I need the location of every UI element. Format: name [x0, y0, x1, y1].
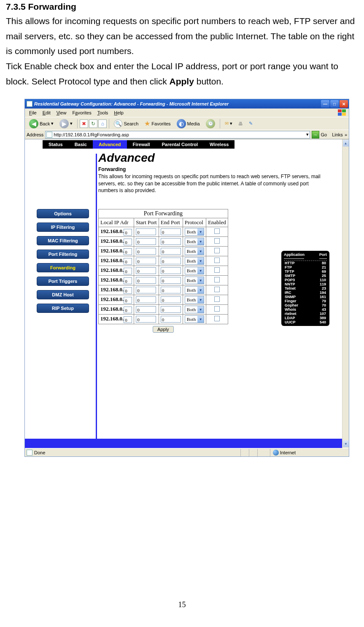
start-port-input[interactable]: 0	[136, 316, 156, 323]
enabled-checkbox[interactable]	[214, 267, 220, 273]
sidebar-item-ip-filtering[interactable]: IP Filtering	[37, 223, 89, 232]
enabled-checkbox[interactable]	[214, 296, 220, 302]
sidebar-item-forwarding[interactable]: Forwarding	[37, 263, 89, 272]
tab-basic[interactable]: Basic	[69, 140, 93, 149]
menu-help[interactable]: Help	[111, 109, 126, 116]
menu-tools[interactable]: Tools	[95, 109, 111, 116]
start-port-input[interactable]: 0	[136, 267, 156, 274]
enabled-checkbox[interactable]	[214, 248, 220, 253]
sidebar-item-rip-setup[interactable]: RIP Setup	[37, 304, 89, 313]
ip-last-octet-input[interactable]: 0	[124, 297, 132, 304]
mail-button[interactable]: ✉ ▾	[222, 120, 235, 127]
media-button[interactable]: ◐Media	[174, 118, 202, 129]
menu-file[interactable]: File	[27, 109, 39, 116]
favorites-button[interactable]: ★Favorites	[142, 119, 173, 128]
start-port-input[interactable]: 0	[136, 258, 156, 264]
end-port-input[interactable]: 0	[161, 228, 181, 235]
enabled-checkbox[interactable]	[214, 238, 220, 244]
minimize-button[interactable]: —	[321, 100, 329, 108]
table-row: 192.168.0.000Both▼	[99, 295, 228, 305]
stop-button[interactable]: ✖	[80, 119, 88, 128]
vertical-divider	[96, 154, 97, 440]
menu-view[interactable]: View	[54, 109, 69, 116]
ip-last-octet-input[interactable]: 0	[124, 287, 132, 294]
history-button[interactable]: 🕑	[203, 118, 218, 129]
tab-firewall[interactable]: Firewall	[127, 140, 156, 149]
sidebar-item-port-triggers[interactable]: Port Triggers	[37, 277, 89, 286]
end-port-input[interactable]: 0	[161, 277, 181, 284]
vertical-scrollbar[interactable]: ▲ ▼	[342, 139, 349, 448]
home-button[interactable]: ⌂	[98, 119, 107, 128]
protocol-select[interactable]: Both▼	[185, 286, 204, 294]
end-port-input[interactable]: 0	[161, 238, 181, 245]
print-button[interactable]: 🖶	[236, 120, 245, 127]
protocol-select[interactable]: Both▼	[185, 296, 204, 304]
scroll-up-icon[interactable]: ▲	[343, 140, 349, 147]
menu-favorites[interactable]: Favorites	[70, 109, 94, 116]
scroll-down-icon[interactable]: ▼	[343, 440, 349, 447]
apply-button[interactable]: Apply	[153, 326, 174, 333]
start-port-input[interactable]: 0	[136, 287, 156, 293]
start-port-input[interactable]: 0	[136, 296, 156, 303]
protocol-select[interactable]: Both▼	[185, 277, 204, 284]
menu-edit[interactable]: Edit	[40, 109, 53, 116]
protocol-select[interactable]: Both▼	[185, 257, 204, 265]
ip-last-octet-input[interactable]: 0	[124, 229, 132, 236]
ip-last-octet-input[interactable]: 0	[124, 277, 132, 284]
end-port-input[interactable]: 0	[161, 296, 181, 303]
ip-last-octet-input[interactable]: 0	[124, 316, 132, 323]
close-button[interactable]: ✕	[340, 100, 348, 108]
ip-last-octet-input[interactable]: 0	[124, 248, 132, 255]
sidebar-item-port-filtering[interactable]: Port Filtering	[37, 250, 89, 259]
edit-button[interactable]: ✎	[246, 120, 255, 127]
start-port-input[interactable]: 0	[136, 306, 156, 313]
svg-rect-3	[342, 113, 346, 116]
forward-button[interactable]: ▶ ▾	[57, 118, 75, 129]
tab-wireless[interactable]: Wireless	[204, 140, 235, 149]
end-port-input[interactable]: 0	[161, 287, 181, 293]
protocol-select[interactable]: Both▼	[185, 315, 204, 323]
protocol-select[interactable]: Both▼	[185, 267, 204, 274]
links-label[interactable]: Links	[332, 132, 343, 137]
end-port-input[interactable]: 0	[161, 267, 181, 274]
links-expand-icon[interactable]: »	[345, 132, 347, 137]
ip-last-octet-input[interactable]: 0	[124, 239, 132, 245]
tab-parental-control[interactable]: Parental Control	[156, 140, 204, 149]
protocol-select[interactable]: Both▼	[185, 238, 204, 245]
end-port-input[interactable]: 0	[161, 306, 181, 313]
back-button[interactable]: ◀Back ▾	[27, 118, 56, 129]
tab-advanced[interactable]: Advanced	[93, 140, 127, 149]
go-button[interactable]: →	[312, 131, 319, 138]
start-port-input[interactable]: 0	[136, 248, 156, 255]
address-dropdown-icon[interactable]: ▾	[306, 132, 309, 137]
enabled-checkbox[interactable]	[214, 277, 220, 282]
enabled-checkbox[interactable]	[214, 258, 220, 263]
sidebar-item-options[interactable]: Options	[37, 209, 89, 218]
enabled-checkbox[interactable]	[214, 287, 220, 292]
protocol-select[interactable]: Both▼	[185, 306, 204, 313]
refresh-button[interactable]: ↻	[89, 119, 97, 128]
ip-last-octet-input[interactable]: 0	[124, 307, 132, 313]
end-port-input[interactable]: 0	[161, 258, 181, 264]
tab-status[interactable]: Status	[43, 140, 69, 149]
enabled-checkbox[interactable]	[214, 228, 220, 234]
enabled-checkbox[interactable]	[214, 316, 220, 321]
start-port-input[interactable]: 0	[136, 238, 156, 245]
chevron-down-icon: ▼	[197, 228, 204, 235]
protocol-select[interactable]: Both▼	[185, 247, 204, 255]
ip-last-octet-input[interactable]: 0	[124, 268, 132, 274]
start-port-input[interactable]: 0	[136, 228, 156, 235]
end-port-input[interactable]: 0	[161, 248, 181, 255]
search-button[interactable]: 🔍Search	[111, 119, 141, 129]
enabled-checkbox[interactable]	[214, 306, 220, 312]
start-port-input[interactable]: 0	[136, 277, 156, 284]
address-input[interactable]: http://192.168.0.1/RgForwarding.asp ▾	[45, 131, 310, 138]
ip-last-octet-input[interactable]: 0	[124, 258, 132, 265]
page-description: This allows for incoming requests on spe…	[98, 173, 326, 194]
end-port-input[interactable]: 0	[161, 316, 181, 323]
page-icon	[46, 132, 52, 138]
sidebar-item-mac-filtering[interactable]: MAC Filtering	[37, 236, 89, 245]
maximize-button[interactable]: □	[330, 100, 339, 108]
protocol-select[interactable]: Both▼	[185, 228, 204, 236]
sidebar-item-dmz-host[interactable]: DMZ Host	[37, 290, 89, 299]
